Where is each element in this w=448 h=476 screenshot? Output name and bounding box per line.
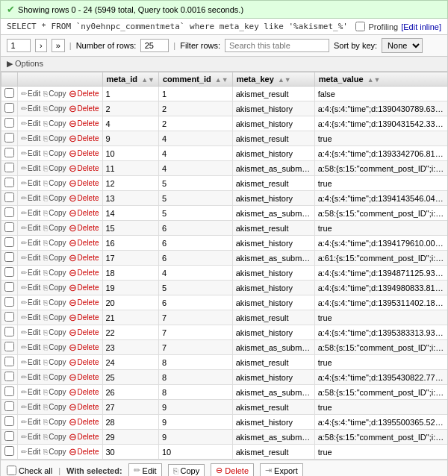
edit-button[interactable]: Edit — [28, 418, 40, 426]
row-checkbox-cell[interactable] — [1, 310, 18, 325]
delete-button[interactable]: Delete — [78, 388, 99, 396]
copy-button[interactable]: Copy — [49, 224, 66, 232]
edit-button[interactable]: Edit — [28, 224, 40, 232]
row-checkbox[interactable] — [4, 133, 14, 143]
row-checkbox-cell[interactable] — [1, 161, 18, 176]
row-checkbox-cell[interactable] — [1, 400, 18, 415]
row-checkbox[interactable] — [4, 88, 14, 98]
sort-key-select[interactable]: None — [382, 38, 423, 53]
copy-button[interactable]: Copy — [49, 209, 66, 217]
delete-button[interactable]: Delete — [78, 254, 99, 262]
row-checkbox-cell[interactable] — [1, 221, 18, 236]
row-checkbox[interactable] — [4, 342, 14, 351]
copy-button[interactable]: Copy — [49, 358, 66, 366]
row-checkbox-cell[interactable] — [1, 87, 18, 101]
row-checkbox-cell[interactable] — [1, 131, 18, 146]
edit-button[interactable]: Edit — [28, 119, 40, 128]
delete-button[interactable]: Delete — [78, 448, 99, 456]
row-checkbox[interactable] — [4, 178, 14, 187]
copy-button[interactable]: Copy — [49, 403, 66, 411]
edit-button[interactable]: Edit — [28, 284, 40, 292]
delete-button[interactable]: Delete — [78, 403, 99, 411]
copy-button[interactable]: Copy — [49, 119, 66, 128]
row-checkbox-cell[interactable] — [1, 385, 18, 400]
filter-input[interactable] — [225, 39, 329, 52]
row-checkbox[interactable] — [4, 297, 14, 307]
edit-button[interactable]: Edit — [28, 298, 40, 307]
copy-button[interactable]: Copy — [49, 328, 66, 336]
delete-button[interactable]: Delete — [78, 284, 99, 292]
copy-button[interactable]: Copy — [49, 134, 66, 143]
footer-copy-button[interactable]: ⎘ Copy — [168, 464, 205, 477]
footer-export-button[interactable]: ⇥ Export — [260, 463, 303, 476]
edit-button[interactable]: Edit — [28, 90, 40, 98]
delete-button[interactable]: Delete — [78, 358, 99, 366]
delete-button[interactable]: Delete — [78, 134, 99, 143]
copy-button[interactable]: Copy — [49, 298, 66, 307]
row-checkbox[interactable] — [4, 267, 14, 277]
edit-button[interactable]: Edit — [28, 209, 40, 217]
row-checkbox[interactable] — [4, 357, 14, 366]
delete-button[interactable]: Delete — [78, 90, 99, 98]
row-checkbox-cell[interactable] — [1, 146, 18, 161]
row-checkbox-cell[interactable] — [1, 266, 18, 281]
delete-button[interactable]: Delete — [78, 194, 99, 202]
row-checkbox[interactable] — [4, 327, 14, 336]
header-meta-value[interactable]: meta_value ▲▼ — [314, 72, 448, 87]
edit-button[interactable]: Edit — [28, 164, 40, 172]
edit-button[interactable]: Edit — [28, 448, 40, 456]
copy-button[interactable]: Copy — [49, 313, 66, 322]
edit-button[interactable]: Edit — [28, 373, 40, 381]
edit-button[interactable]: Edit — [28, 433, 40, 441]
row-checkbox-cell[interactable] — [1, 340, 18, 355]
row-checkbox-cell[interactable] — [1, 191, 18, 206]
row-checkbox[interactable] — [4, 446, 14, 456]
row-checkbox[interactable] — [4, 252, 14, 262]
delete-button[interactable]: Delete — [78, 269, 99, 277]
edit-button[interactable]: Edit — [28, 194, 40, 202]
copy-button[interactable]: Copy — [49, 179, 66, 187]
row-checkbox[interactable] — [4, 118, 14, 128]
row-checkbox[interactable] — [4, 237, 14, 247]
edit-button[interactable]: Edit — [28, 343, 40, 351]
row-checkbox-cell[interactable] — [1, 370, 18, 385]
header-comment-id[interactable]: comment_id ▲▼ — [158, 72, 232, 87]
delete-button[interactable]: Delete — [78, 104, 99, 113]
page-number-input[interactable] — [7, 39, 31, 52]
row-checkbox-cell[interactable] — [1, 236, 18, 251]
delete-button[interactable]: Delete — [78, 164, 99, 172]
edit-button[interactable]: Edit — [28, 403, 40, 411]
row-checkbox[interactable] — [4, 163, 14, 172]
delete-button[interactable]: Delete — [78, 239, 99, 247]
copy-button[interactable]: Copy — [49, 433, 66, 441]
footer-edit-button[interactable]: ✏ Edit — [128, 463, 162, 476]
edit-button[interactable]: Edit — [28, 179, 40, 187]
delete-button[interactable]: Delete — [78, 373, 99, 381]
edit-button[interactable]: Edit — [28, 239, 40, 247]
delete-button[interactable]: Delete — [78, 149, 99, 157]
copy-button[interactable]: Copy — [49, 373, 66, 381]
row-checkbox-cell[interactable] — [1, 415, 18, 430]
footer-delete-button[interactable]: ⊖ Delete — [211, 463, 254, 476]
copy-button[interactable]: Copy — [49, 388, 66, 396]
row-checkbox[interactable] — [4, 312, 14, 322]
edit-button[interactable]: Edit — [28, 134, 40, 143]
row-checkbox-cell[interactable] — [1, 116, 18, 131]
copy-button[interactable]: Copy — [49, 448, 66, 456]
profiling-checkbox[interactable] — [355, 22, 365, 31]
edit-button[interactable]: Edit — [28, 104, 40, 113]
row-checkbox[interactable] — [4, 372, 14, 381]
copy-button[interactable]: Copy — [49, 254, 66, 262]
row-checkbox[interactable] — [4, 282, 14, 292]
delete-button[interactable]: Delete — [78, 224, 99, 232]
copy-button[interactable]: Copy — [49, 104, 66, 113]
delete-button[interactable]: Delete — [78, 418, 99, 426]
delete-button[interactable]: Delete — [78, 433, 99, 441]
row-checkbox[interactable] — [4, 431, 14, 441]
row-checkbox[interactable] — [4, 192, 14, 202]
copy-button[interactable]: Copy — [49, 239, 66, 247]
copy-button[interactable]: Copy — [49, 149, 66, 157]
copy-button[interactable]: Copy — [49, 269, 66, 277]
next-page-button[interactable]: › — [35, 39, 47, 52]
edit-button[interactable]: Edit — [28, 358, 40, 366]
